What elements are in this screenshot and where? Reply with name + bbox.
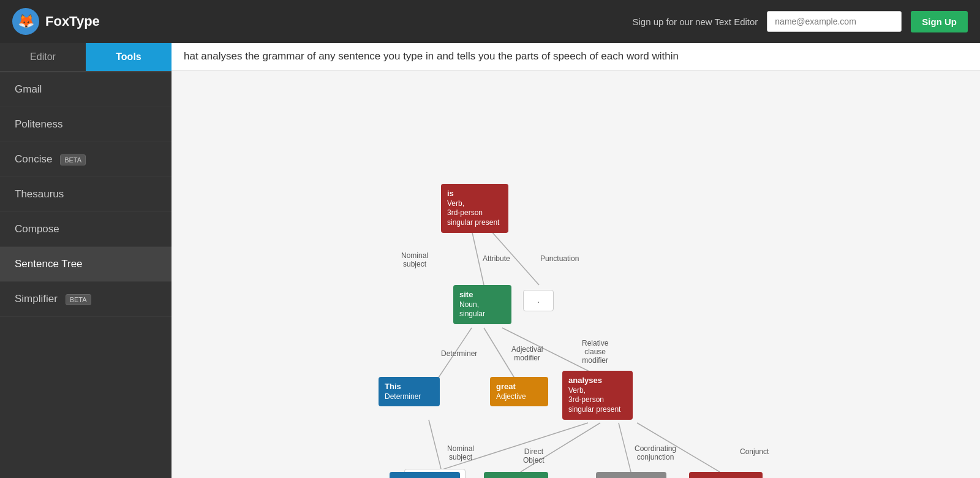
node-site-word: site [459, 290, 505, 300]
node-dot[interactable]: . [523, 290, 554, 311]
node-that[interactable]: that Wh-determiner [390, 472, 460, 478]
text-input-bar[interactable]: hat analyses the grammar of any sentence… [172, 43, 980, 70]
edge-label-adjectival: Adjectivalmodifier [511, 345, 543, 362]
sidebar-item-sentence-tree[interactable]: Sentence Tree [0, 247, 172, 282]
logo-text: FoxType [45, 13, 100, 29]
edge-label-conjunct: Conjunct [740, 447, 769, 456]
logo-fox-icon: 🦊 [12, 8, 39, 35]
edge-label-coordinating: Coordinatingconjunction [635, 444, 676, 461]
sidebar-item-politeness[interactable]: Politeness [0, 107, 172, 142]
tab-tools[interactable]: Tools [86, 43, 172, 71]
signup-text: Sign up for our new Text Editor [632, 17, 758, 27]
node-this-word: This [385, 382, 434, 392]
sidebar-item-thesaurus[interactable]: Thesaurus [0, 177, 172, 212]
svg-line-0 [472, 230, 484, 285]
tree-area[interactable]: is Verb,3rd-personsingular present site … [172, 70, 980, 478]
logo-area: 🦊 FoxType [12, 8, 184, 35]
node-analyses[interactable]: analyses Verb,3rd-personsingular present [562, 371, 633, 420]
main-layout: Editor Tools Gmail Politeness Concise BE… [0, 43, 980, 478]
node-grammar[interactable]: grammar Noun,singular [484, 472, 548, 478]
edge-label-relative-clause: Relativeclausemodifier [582, 339, 608, 365]
node-site-pos: Noun,singular [459, 300, 505, 319]
node-site[interactable]: site Noun,singular [453, 285, 511, 324]
node-great-word: great [496, 382, 542, 392]
node-this-pos: Determiner [385, 392, 434, 402]
node-this[interactable]: This Determiner [379, 377, 440, 406]
sidebar-item-simplifier[interactable]: Simplifier BETA [0, 282, 172, 317]
svg-line-8 [619, 423, 631, 472]
sidebar-item-concise[interactable]: Concise BETA [0, 142, 172, 177]
node-analyses-pos: Verb,3rd-personsingular present [568, 386, 627, 415]
edge-label-nominal-subject: Nominalsubject [401, 251, 428, 268]
sidebar-items: Gmail Politeness Concise BETA Thesaurus … [0, 72, 172, 478]
node-analyses-word: analyses [568, 376, 627, 386]
sidebar-tabs: Editor Tools [0, 43, 172, 72]
text-bar-value: hat analyses the grammar of any sentence… [184, 50, 679, 62]
node-is-word: is [447, 189, 502, 199]
node-is-pos: Verb,3rd-personsingular present [447, 199, 502, 228]
node-great-pos: Adjective [496, 392, 542, 402]
simplifier-badge: BETA [66, 294, 91, 305]
node-and[interactable]: and Coordinatingconjunction [596, 472, 666, 478]
edge-label-determiner1: Determiner [441, 349, 477, 358]
edge-label-direct-object: DirectObject [523, 447, 545, 465]
edge-label-punctuation: Punctuation [540, 254, 579, 263]
node-great[interactable]: great Adjective [490, 377, 548, 406]
concise-badge: BETA [60, 154, 86, 165]
svg-line-5 [429, 420, 441, 469]
email-input[interactable] [767, 11, 902, 32]
sidebar-item-compose[interactable]: Compose [0, 212, 172, 247]
edge-label-attribute: Attribute [483, 254, 510, 263]
node-tells[interactable]: tells Verb,3rd-personsingular present [689, 472, 763, 478]
node-is[interactable]: is Verb,3rd-personsingular present [441, 184, 508, 233]
sidebar: Editor Tools Gmail Politeness Concise BE… [0, 43, 172, 478]
header: 🦊 FoxType Sign up for our new Text Edito… [0, 0, 980, 43]
tab-editor[interactable]: Editor [0, 43, 86, 71]
sidebar-item-gmail[interactable]: Gmail [0, 72, 172, 107]
node-dot-word: . [530, 295, 547, 306]
content-area: hat analyses the grammar of any sentence… [172, 43, 980, 478]
header-right: Sign up for our new Text Editor Sign Up [184, 11, 968, 32]
edge-label-nominal-subject2: Nominalsubject [447, 444, 474, 461]
signup-button[interactable]: Sign Up [911, 11, 968, 32]
